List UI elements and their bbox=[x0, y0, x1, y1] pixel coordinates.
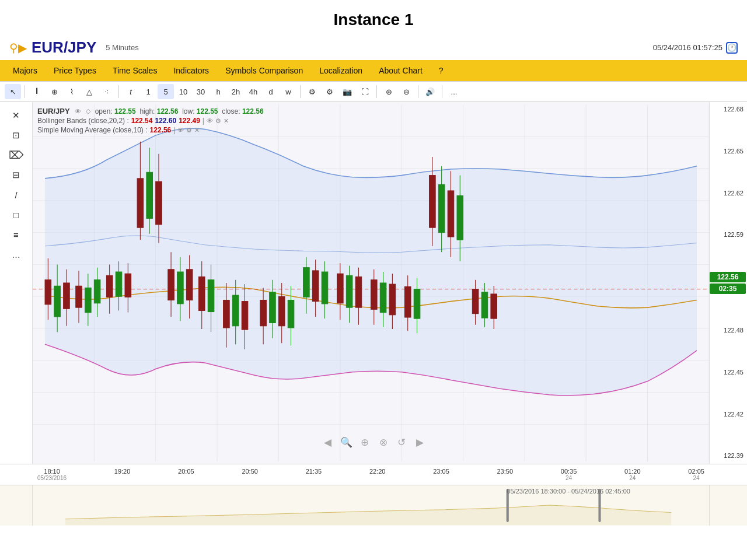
mountain-chart-type[interactable]: △ bbox=[81, 84, 97, 99]
svg-rect-38 bbox=[116, 272, 122, 296]
svg-rect-48 bbox=[168, 270, 174, 300]
close-tool[interactable]: ✕ bbox=[6, 107, 27, 124]
menu-about-chart[interactable]: About Chart bbox=[371, 61, 431, 80]
svg-rect-52 bbox=[186, 270, 193, 300]
tf-4h[interactable]: 4h bbox=[245, 84, 261, 99]
draw-line-tool[interactable]: / bbox=[6, 186, 27, 204]
fullscreen-button[interactable]: ⛶ bbox=[357, 84, 373, 99]
svg-rect-78 bbox=[337, 274, 344, 303]
time-label-1: 19:20 bbox=[114, 468, 131, 481]
menu-indicators[interactable]: Indicators bbox=[165, 61, 217, 80]
chart-settings2-button[interactable]: ⚙ bbox=[322, 84, 338, 99]
menu-localization[interactable]: Localization bbox=[311, 61, 371, 80]
list-tool[interactable]: ≡ bbox=[6, 226, 27, 243]
chart-main[interactable]: EUR/JPY 👁 ◇ open: 122.55 high: 122.56 lo… bbox=[33, 102, 709, 464]
price-label-4: 122.59 bbox=[710, 230, 747, 240]
ohlc-values: open: 122.55 high: 122.56 low: 122.55 cl… bbox=[95, 107, 264, 116]
chart-header: ⚲▶ EUR/JPY 5 Minutes 05/24/2016 01:57:25… bbox=[0, 35, 747, 60]
dotted-chart-type[interactable]: ⁖ bbox=[99, 84, 115, 99]
menu-time-scales[interactable]: Time Scales bbox=[104, 61, 166, 80]
rectangle-tool[interactable]: □ bbox=[6, 206, 27, 223]
pin-icon[interactable]: ◇ bbox=[86, 107, 90, 115]
line-chart-type[interactable]: ⌇ bbox=[64, 84, 80, 99]
add-tool[interactable]: ⌦ bbox=[6, 146, 27, 164]
download-button[interactable]: ⊖ bbox=[398, 84, 414, 99]
chart-svg: ◀ 🔍 ⊕ ⊗ ↺ ▶ bbox=[33, 102, 709, 464]
time-label-10: 02:05 24 bbox=[688, 468, 704, 481]
price-axis: 122.68 122.65 122.62 122.59 122.56 02:35… bbox=[709, 102, 747, 464]
tf-30[interactable]: 30 bbox=[193, 84, 209, 99]
price-label-3: 122.62 bbox=[710, 188, 747, 199]
tf-1[interactable]: 1 bbox=[140, 84, 156, 99]
symbol-name[interactable]: EUR/JPY bbox=[32, 38, 96, 57]
svg-text:🔍: 🔍 bbox=[340, 436, 353, 449]
compare-tool[interactable]: ⊡ bbox=[6, 127, 27, 144]
timeframe-label: 5 Minutes bbox=[106, 43, 138, 52]
time-label-4: 21:35 bbox=[306, 468, 322, 481]
svg-rect-84 bbox=[371, 280, 378, 310]
tf-h[interactable]: h bbox=[210, 84, 226, 99]
info-overlay: EUR/JPY 👁 ◇ open: 122.55 high: 122.56 lo… bbox=[37, 107, 264, 135]
current-time-badge: 02:35 bbox=[710, 284, 746, 294]
clone-tool[interactable]: ⊟ bbox=[6, 166, 27, 184]
minimap[interactable]: 05/23/2016 18:30:00 - 05/24/2016 02:45:0… bbox=[0, 485, 747, 526]
symbol-left: ⚲▶ EUR/JPY 5 Minutes bbox=[9, 38, 139, 57]
more-tools[interactable]: … bbox=[6, 246, 27, 263]
tf-w[interactable]: w bbox=[280, 84, 296, 99]
tf-t[interactable]: t bbox=[123, 84, 139, 99]
svg-rect-58 bbox=[224, 300, 230, 328]
menu-help[interactable]: ? bbox=[431, 61, 452, 80]
search-arrow-icon[interactable]: ⚲▶ bbox=[9, 41, 27, 55]
time-label-2: 20:05 bbox=[178, 468, 194, 481]
menu-symbols-comparison[interactable]: Symbols Comparison bbox=[217, 61, 311, 80]
more-button[interactable]: ... bbox=[446, 84, 462, 99]
sma-settings-icon[interactable]: ⚙ bbox=[186, 127, 192, 134]
svg-rect-74 bbox=[312, 271, 319, 302]
bb-settings-icon[interactable]: ⚙ bbox=[215, 117, 221, 125]
tf-d[interactable]: d bbox=[263, 84, 279, 99]
svg-rect-88 bbox=[389, 284, 396, 315]
svg-rect-50 bbox=[177, 272, 184, 304]
tf-5[interactable]: 5 bbox=[158, 84, 174, 99]
datetime-text: 05/24/2016 01:57:25 bbox=[653, 43, 722, 52]
svg-rect-102 bbox=[472, 289, 479, 314]
bb-eye-icon[interactable]: 👁 bbox=[207, 117, 213, 124]
eye-icon[interactable]: 👁 bbox=[75, 108, 81, 115]
time-axis-labels: 18:10 05/23/2016 19:20 20:05 20:50 21:35… bbox=[33, 467, 709, 482]
candles-chart-type[interactable]: 𝄃 bbox=[29, 84, 45, 99]
bb-indicator-line: Bollinger Bands (close,20,2) : 122.54 12… bbox=[37, 117, 264, 125]
screenshot-button[interactable]: 📷 bbox=[339, 84, 355, 99]
ohlc-chart-type[interactable]: ⊕ bbox=[46, 84, 62, 99]
clock-icon[interactable]: 🕐 bbox=[726, 42, 738, 54]
svg-rect-54 bbox=[198, 276, 205, 310]
sma-close-icon[interactable]: ✕ bbox=[194, 127, 200, 134]
chart-symbol: EUR/JPY bbox=[37, 107, 70, 116]
separator-4 bbox=[376, 85, 377, 98]
cursor-tool[interactable]: ↖ bbox=[5, 84, 21, 99]
svg-text:⊕: ⊕ bbox=[361, 437, 369, 448]
menu-price-types[interactable]: Price Types bbox=[46, 61, 104, 80]
svg-rect-30 bbox=[76, 286, 82, 307]
minimap-canvas[interactable]: 05/23/2016 18:30:00 - 05/24/2016 02:45:0… bbox=[65, 485, 671, 526]
price-label-7: 122.42 bbox=[710, 410, 747, 420]
price-label-5: 122.48 bbox=[710, 326, 747, 336]
upload-button[interactable]: ⊕ bbox=[381, 84, 397, 99]
audio-button[interactable]: 🔊 bbox=[422, 84, 438, 99]
svg-rect-86 bbox=[380, 283, 386, 313]
sma-indicator-line: Simple Moving Average (close,10) : 122.5… bbox=[37, 126, 264, 134]
svg-rect-104 bbox=[481, 292, 488, 318]
separator-2 bbox=[118, 85, 119, 98]
ohlc-line: EUR/JPY 👁 ◇ open: 122.55 high: 122.56 lo… bbox=[37, 107, 264, 116]
menu-majors[interactable]: Majors bbox=[5, 61, 46, 80]
chart-settings-button[interactable]: ⚙ bbox=[304, 84, 320, 99]
price-label-2: 122.65 bbox=[710, 146, 747, 157]
tf-10[interactable]: 10 bbox=[175, 84, 191, 99]
tf-2h[interactable]: 2h bbox=[228, 84, 244, 99]
bb-close-icon[interactable]: ✕ bbox=[224, 117, 229, 125]
sma-eye-icon[interactable]: 👁 bbox=[177, 127, 184, 134]
svg-rect-56 bbox=[208, 280, 214, 312]
svg-rect-60 bbox=[232, 295, 239, 326]
time-label-9: 01:20 24 bbox=[624, 468, 641, 481]
left-toolbar: ✕ ⊡ ⌦ ⊟ / □ ≡ … bbox=[0, 102, 33, 464]
price-label-8: 122.39 bbox=[710, 451, 747, 461]
